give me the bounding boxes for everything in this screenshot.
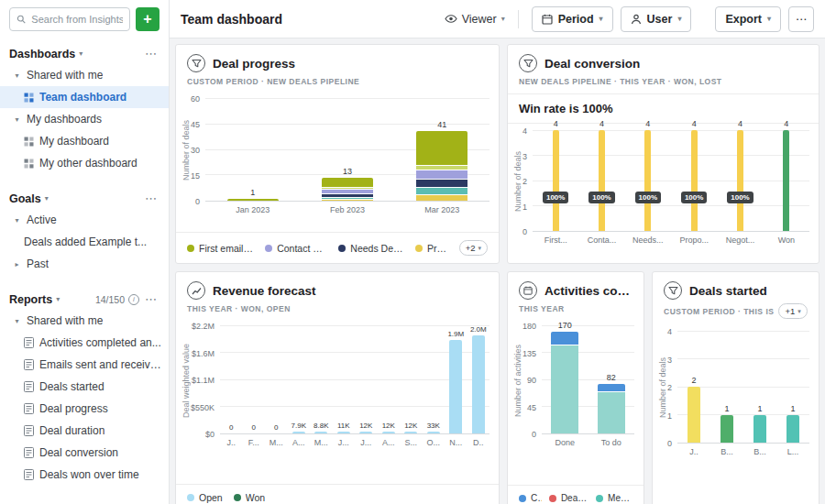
bar[interactable] (427, 432, 440, 433)
legend-more-button[interactable]: +2▾ (459, 240, 488, 256)
card-title[interactable]: Deal progress (213, 57, 295, 71)
card-title[interactable]: Activities complete… (544, 284, 632, 298)
bar[interactable] (551, 332, 578, 433)
bar-segment (314, 432, 327, 433)
dashboards-menu-button[interactable]: ⋯ (143, 47, 160, 60)
deal-conversion-card: Deal conversion NEW DEALS PIPELINE · THI… (507, 44, 820, 264)
legend-item[interactable]: Open (187, 492, 223, 503)
search-input[interactable] (31, 14, 123, 25)
sidebar-item-goal-deals-added[interactable]: Deals added Example t... (0, 231, 169, 253)
chevron-down-icon: ▾ (13, 216, 21, 225)
sidebar-item-report-deal-progress[interactable]: Deal progress (0, 398, 169, 420)
reports-count: 14/150 (95, 294, 125, 305)
bar[interactable] (416, 131, 468, 201)
card-title[interactable]: Revenue forecast (213, 284, 316, 298)
legend-item[interactable]: First email sent (187, 243, 254, 254)
legend-item[interactable]: Propo (415, 243, 448, 254)
bar[interactable] (720, 415, 733, 444)
bar[interactable] (599, 130, 605, 231)
legend-dot (338, 245, 346, 252)
legend-dot (265, 245, 272, 252)
value-label: 1 (791, 404, 796, 413)
viewer-dropdown[interactable]: Viewer ▾ (445, 13, 505, 26)
dashboards-title[interactable]: Dashboards (9, 48, 75, 60)
bar-group: 1 (205, 99, 300, 201)
x-axis-label: M... (310, 438, 333, 447)
bar[interactable] (754, 415, 766, 444)
export-button[interactable]: Export ▾ (715, 6, 781, 32)
card-title[interactable]: Deals started (689, 284, 767, 298)
bar-group: 0 (220, 326, 243, 433)
search-box[interactable] (9, 7, 130, 31)
info-icon[interactable]: i (128, 294, 139, 305)
bar[interactable] (553, 130, 559, 231)
bar[interactable] (783, 130, 789, 231)
legend-item[interactable]: Deadline (549, 493, 588, 503)
sidebar-item-my-other-dashboard[interactable]: My other dashboard (0, 152, 169, 174)
bar[interactable] (292, 432, 305, 433)
sidebar-group-reports-shared[interactable]: ▾ Shared with me (0, 310, 169, 332)
sidebar-item-report-deals-started[interactable]: Deals started (0, 376, 169, 398)
reports-menu-button[interactable]: ⋯ (143, 292, 160, 306)
goals-title[interactable]: Goals (9, 192, 41, 205)
bar[interactable] (314, 432, 327, 433)
bar-segment (292, 432, 305, 433)
period-button[interactable]: Period ▾ (532, 6, 613, 32)
bar[interactable] (786, 415, 799, 444)
x-axis-label: Feb 2023 (300, 205, 394, 214)
user-button[interactable]: User ▾ (621, 6, 692, 32)
add-button[interactable]: + (136, 7, 160, 31)
sidebar-group-my-dashboards[interactable]: ▾ My dashboards (0, 108, 169, 130)
sidebar-item-report-deals-won-over-time[interactable]: Deals won over time (0, 464, 169, 486)
bar[interactable] (737, 130, 743, 231)
legend-item[interactable]: Needs Defined (338, 243, 404, 254)
legend-item[interactable]: Call (519, 493, 542, 503)
bar[interactable] (598, 384, 625, 433)
bar-segment (359, 432, 372, 433)
sidebar-group-shared-with-me[interactable]: ▾ Shared with me (0, 64, 169, 86)
x-axis-label: Negot... (717, 236, 763, 245)
sidebar-item-team-dashboard[interactable]: Team dashboard (0, 86, 169, 108)
bar-segment (598, 391, 625, 433)
bar-group: 8.8K (310, 326, 333, 433)
chevron-down-icon: ▾ (478, 245, 481, 252)
chevron-down-icon[interactable]: ▾ (56, 295, 60, 303)
sidebar-item-report-deal-conversion[interactable]: Deal conversion (0, 442, 169, 464)
sidebar-item-report-emails-sent[interactable]: Emails sent and received (0, 354, 169, 376)
value-label: 170 (558, 321, 572, 330)
bar[interactable] (404, 432, 417, 433)
bar[interactable] (644, 130, 651, 231)
bar-segment (786, 415, 799, 444)
bar-segment (416, 187, 468, 193)
legend-item[interactable]: Meeting (596, 493, 632, 503)
more-options-button[interactable]: ⋯ (788, 6, 814, 32)
value-label: 0 (274, 423, 278, 432)
goals-menu-button[interactable]: ⋯ (143, 192, 160, 205)
reports-title[interactable]: Reports (9, 293, 52, 306)
sidebar-group-past-goals[interactable]: ▸ Past (0, 253, 169, 275)
legend-dot (596, 495, 603, 502)
legend-item[interactable]: Contact Made (265, 243, 327, 254)
chevron-down-icon[interactable]: ▾ (79, 49, 82, 58)
chevron-down-icon: ▾ (13, 317, 21, 325)
sidebar-item-report-activities-completed[interactable]: Activities completed an... (0, 332, 169, 354)
legend-item[interactable]: Won (234, 492, 265, 503)
sidebar-item-report-deal-duration[interactable]: Deal duration (0, 420, 169, 442)
bar[interactable] (449, 340, 462, 433)
sidebar-group-active-goals[interactable]: ▾ Active (0, 209, 169, 231)
dashboards-section-header: Dashboards ▾ ⋯ (0, 38, 169, 64)
subtitle-more-button[interactable]: +1▾ (778, 303, 807, 319)
chevron-down-icon[interactable]: ▾ (45, 194, 49, 203)
bar[interactable] (359, 432, 372, 433)
bar[interactable] (382, 432, 395, 433)
sidebar-item-my-dashboard[interactable]: My dashboard (0, 130, 169, 152)
bar[interactable] (691, 130, 698, 231)
bar[interactable] (472, 335, 485, 433)
bar[interactable] (337, 432, 350, 433)
eye-icon (445, 15, 457, 23)
bar[interactable] (227, 199, 279, 201)
bar[interactable] (322, 178, 373, 201)
x-axis-label: A... (288, 438, 311, 447)
card-title[interactable]: Deal conversion (544, 57, 640, 71)
bar[interactable] (688, 387, 700, 443)
